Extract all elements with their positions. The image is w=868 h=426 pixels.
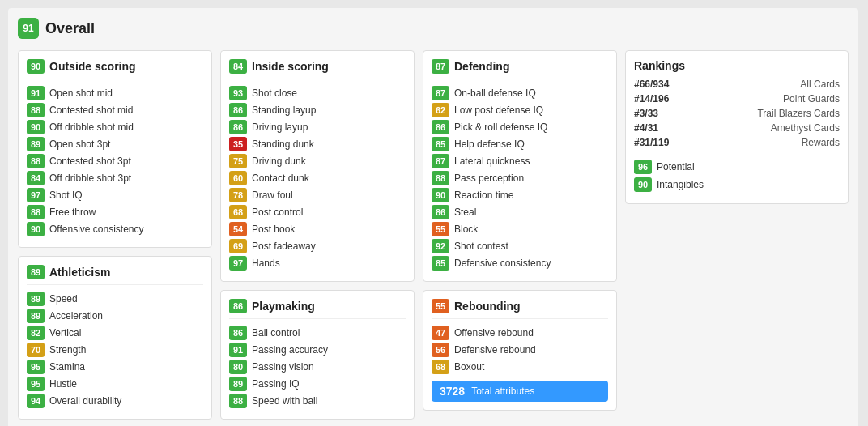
defending-badge: 87 [432,59,449,74]
athleticism-badge: 89 [27,265,45,279]
rebounding-badge: 55 [432,299,449,313]
stat-value-badge: 80 [229,360,247,374]
stat-row: 86Driving layup [229,120,406,134]
stat-row: 78Draw foul [229,188,406,202]
ranking-value: #3/33 [634,108,658,119]
stat-row: 69Post fadeaway [229,239,406,253]
ranking-value: #66/934 [634,79,669,90]
stat-row: 92Shot contest [432,239,608,253]
stat-label: Contested shot mid [49,104,133,116]
stat-value-badge: 69 [229,239,247,253]
rebounding-title: Rebounding [454,300,521,313]
stat-row: 89Open shot 3pt [27,137,203,151]
stat-value-badge: 68 [432,360,449,374]
stat-value-badge: 82 [27,326,45,340]
stat-row: 47Offensive rebound [432,326,608,340]
stat-value-badge: 47 [432,326,449,340]
stat-value-badge: 90 [27,222,45,236]
stat-row: 91Passing accuracy [229,343,406,357]
stat-value-badge: 86 [229,103,247,117]
stat-row: 86Ball control [229,326,406,340]
stat-value-badge: 88 [229,394,247,408]
stat-label: On-ball defense IQ [454,87,536,99]
stat-value-badge: 88 [432,171,449,185]
rebounding-header: 55 Rebounding [432,299,608,319]
total-row: 3728 Total attributes [432,381,608,402]
stat-value-badge: 97 [229,256,247,271]
stat-label: Driving layup [252,121,308,133]
stat-row: 86Pick & roll defense IQ [432,120,608,134]
ranking-label: Rewards [802,137,840,148]
stat-label: Passing vision [252,361,314,373]
stat-value-badge: 78 [229,188,247,202]
playmaking-header: 86 Playmaking [229,299,406,319]
stat-value-badge: 56 [432,343,449,357]
athleticism-title: Athleticism [49,266,110,279]
stat-label: Draw foul [252,190,293,201]
stat-row: 55Block [432,222,608,236]
ranking-label: Amethyst Cards [771,122,840,134]
rankings-card: Rankings #66/934All Cards#14/196Point Gu… [625,50,849,204]
mid2-sections: 87 Defending 87On-ball defense IQ62Low p… [423,50,617,420]
stat-row: 90Reaction time [432,188,608,202]
stat-row: 84Off dribble shot 3pt [27,171,203,185]
stat-row: 93Shot close [229,86,406,100]
stat-label: Lateral quickness [454,155,530,167]
stat-row: 97Shot IQ [27,188,203,202]
stat-label: Off dribble shot mid [49,121,134,133]
rebounding-stats: 47Offensive rebound56Defensive rebound68… [432,326,608,374]
stat-row: 97Hands [229,256,406,271]
stat-label: Boxout [454,361,484,373]
stat-label: Free throw [49,207,96,218]
stat-label: Passing accuracy [252,344,328,356]
stat-label: Hustle [49,378,77,390]
stat-value-badge: 97 [27,188,45,202]
stat-value-badge: 85 [432,137,449,151]
stat-row: 88Contested shot 3pt [27,154,203,168]
stat-row: 56Defensive rebound [432,343,608,357]
stat-row: 82Vertical [27,326,203,340]
ranking-value: #31/119 [634,137,669,148]
stat-label: Steal [454,207,476,218]
stat-value-badge: 91 [27,86,45,100]
mid-sections: 84 Inside scoring 93Shot close86Standing… [220,50,415,420]
stat-label: Post hook [252,224,295,235]
overall-badge: 91 [18,18,39,39]
stat-value-badge: 89 [27,309,45,323]
outside-scoring-stats: 91Open shot mid88Contested shot mid90Off… [27,86,203,236]
stat-row: 95Hustle [27,377,203,391]
overall-row: 91 Overall [18,18,849,39]
stat-value-badge: 35 [229,137,247,151]
stat-row: 88Pass perception [432,171,608,185]
page-wrapper: 91 Overall 90 Outside scoring 91Open sho… [8,8,858,426]
stat-value-badge: 54 [229,222,247,236]
stat-value-badge: 86 [229,326,247,340]
stat-value-badge: 89 [27,137,45,151]
intangibles-label: Intangibles [657,179,704,190]
stat-row: 91Open shot mid [27,86,203,100]
intangibles-row: 90 Intangibles [634,177,840,192]
stat-row: 95Stamina [27,360,203,374]
stat-value-badge: 87 [432,154,449,168]
inside-scoring-header: 84 Inside scoring [229,59,406,79]
stat-label: Offensive rebound [454,327,534,339]
stat-row: 68Post control [229,205,406,219]
stat-label: Low post defense IQ [454,104,543,116]
stat-label: Post fadeaway [252,241,316,252]
stat-row: 90Off dribble shot mid [27,120,203,134]
inside-scoring-card: 84 Inside scoring 93Shot close86Standing… [220,50,415,282]
potential-label: Potential [657,161,695,173]
stat-value-badge: 89 [27,292,45,306]
stat-value-badge: 95 [27,360,45,374]
stat-label: Open shot 3pt [49,138,110,150]
stat-row: 88Contested shot mid [27,103,203,117]
right-col: Rankings #66/934All Cards#14/196Point Gu… [625,50,849,420]
stat-row: 89Passing IQ [229,377,406,391]
athleticism-header: 89 Athleticism [27,265,203,285]
stat-label: Speed [49,293,78,305]
stat-value-badge: 86 [229,120,247,134]
ranking-value: #4/31 [634,122,658,134]
stat-label: Passing IQ [252,378,300,390]
stat-label: Ball control [252,327,300,339]
potential-row: 96 Potential [634,160,840,174]
